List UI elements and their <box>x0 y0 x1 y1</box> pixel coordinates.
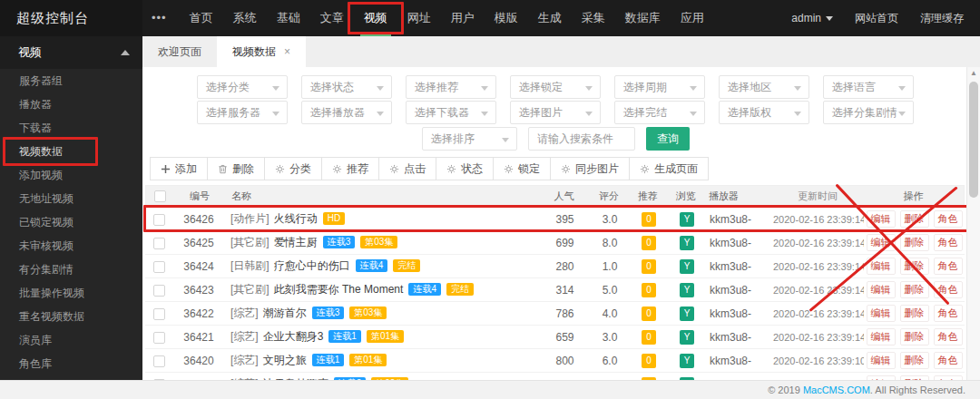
sidebar-item-9[interactable]: 批量操作视频 <box>0 281 142 305</box>
sidebar-item-2[interactable]: 下载器 <box>0 116 142 140</box>
filter-select[interactable]: 选择图片 <box>510 101 601 124</box>
nav-item-2[interactable]: 基础 <box>267 0 310 36</box>
toolbar-button-2[interactable]: 分类 <box>264 157 322 180</box>
row-action-delete[interactable]: 删除 <box>900 352 929 369</box>
video-title: 疗愈心中的伤口 <box>274 259 350 272</box>
row-action-delete[interactable]: 删除 <box>900 328 929 345</box>
filter-select[interactable]: 选择状态 <box>301 75 392 99</box>
filter-select[interactable]: 选择完结 <box>614 101 705 124</box>
nav-item-8[interactable]: 生成 <box>528 0 572 36</box>
nav-item-5[interactable]: 网址 <box>397 0 441 36</box>
clear-cache-link[interactable]: 清理缓存 <box>920 11 964 26</box>
nav-item-3[interactable]: 文章 <box>310 0 354 36</box>
site-home-link[interactable]: 网站首页 <box>855 11 898 26</box>
row-action-role[interactable]: 角色 <box>934 352 963 369</box>
sidebar-item-11[interactable]: 演员库 <box>0 328 142 352</box>
sidebar-group-video[interactable]: 视频 <box>0 36 142 69</box>
row-action-role[interactable]: 角色 <box>934 210 963 228</box>
nav-item-11[interactable]: 应用 <box>671 0 714 36</box>
sidebar-item-3[interactable]: 视频数据 <box>0 140 142 163</box>
row-checkbox-cell <box>145 307 172 319</box>
sidebar-item-1[interactable]: 播放器 <box>0 92 142 116</box>
toolbar-button-0[interactable]: 添加 <box>150 157 208 180</box>
nav-item-7[interactable]: 模版 <box>485 0 528 36</box>
row-action-edit[interactable]: 编辑 <box>867 328 896 345</box>
sidebar-item-12[interactable]: 角色库 <box>0 352 142 375</box>
filter-select[interactable]: 选择分集剧情 <box>823 101 914 124</box>
nav-item-6[interactable]: 用户 <box>441 0 485 36</box>
filter-select[interactable]: 选择下载器 <box>406 101 496 124</box>
nav-item-10[interactable]: 数据库 <box>615 0 671 36</box>
nav-item-0[interactable]: 首页 <box>180 0 223 36</box>
toolbar-button-6[interactable]: 锁定 <box>493 157 551 180</box>
query-button[interactable]: 查询 <box>646 127 690 151</box>
user-menu[interactable]: admin <box>791 12 833 24</box>
row-action-delete[interactable]: 删除 <box>900 210 929 228</box>
scroll-up-icon[interactable]: ▲ <box>967 67 980 80</box>
filter-select[interactable]: 选择版权 <box>719 101 809 124</box>
filter-select[interactable]: 选择推荐 <box>406 75 496 99</box>
filter-select[interactable]: 选择播放器 <box>301 101 392 124</box>
row-checkbox[interactable] <box>153 308 165 320</box>
row-action-delete[interactable]: 删除 <box>900 258 929 275</box>
sidebar-item-6[interactable]: 已锁定视频 <box>0 210 142 234</box>
filter-select[interactable]: 选择语言 <box>823 75 914 99</box>
row-action-edit[interactable]: 编辑 <box>867 281 896 298</box>
close-icon[interactable]: × <box>284 45 290 58</box>
sort-select[interactable]: 选择排序 <box>422 127 517 151</box>
nav-item-label: 生成 <box>538 11 562 24</box>
nav-item-1[interactable]: 系统 <box>223 0 267 36</box>
filter-select[interactable]: 选择周期 <box>614 75 705 99</box>
filter-select[interactable]: 选择锁定 <box>510 75 601 99</box>
row-action-role[interactable]: 角色 <box>934 328 963 345</box>
sidebar-item-5[interactable]: 无地址视频 <box>0 187 142 210</box>
toolbar-button-5[interactable]: 状态 <box>436 157 494 180</box>
toolbar-button-1[interactable]: 删除 <box>207 157 265 180</box>
vertical-scrollbar[interactable]: ▲ <box>966 67 980 380</box>
col-id: 编号 <box>173 190 226 203</box>
row-checkbox[interactable] <box>153 285 165 297</box>
row-action-delete[interactable]: 删除 <box>900 234 929 251</box>
video-category: [其它剧] <box>230 236 270 248</box>
row-action-delete[interactable]: 删除 <box>900 305 929 322</box>
search-input[interactable] <box>528 127 635 151</box>
row-action-role[interactable]: 角色 <box>934 234 963 251</box>
filter-select[interactable]: 选择分类 <box>197 75 288 99</box>
sidebar-item-0[interactable]: 服务器组 <box>0 69 142 92</box>
row-action-edit[interactable]: 编辑 <box>867 352 896 369</box>
filter-select[interactable]: 选择地区 <box>719 75 809 99</box>
toolbar-button-4[interactable]: 点击 <box>378 157 436 180</box>
row-action-edit[interactable]: 编辑 <box>867 258 896 275</box>
row-checkbox[interactable] <box>153 332 165 344</box>
sidebar-item-4[interactable]: 添加视频 <box>0 163 142 187</box>
row-checkbox-cell <box>145 212 172 225</box>
tab-welcome[interactable]: 欢迎页面 <box>142 36 217 67</box>
row-checkbox[interactable] <box>153 261 165 273</box>
row-action-role[interactable]: 角色 <box>934 305 963 322</box>
row-action-edit[interactable]: 编辑 <box>867 210 896 228</box>
tab-video-data[interactable]: 视频数据 × <box>217 36 306 67</box>
toolbar-button-7[interactable]: 同步图片 <box>550 157 630 180</box>
row-action-role[interactable]: 角色 <box>934 258 963 275</box>
more-ellipsis-icon[interactable]: ••• <box>142 0 180 36</box>
sidebar-item-8[interactable]: 有分集剧情 <box>0 258 142 281</box>
row-action-edit[interactable]: 编辑 <box>867 234 896 251</box>
row-checkbox[interactable] <box>153 238 165 249</box>
sidebar-item-7[interactable]: 未审核视频 <box>0 234 142 258</box>
select-all-checkbox[interactable] <box>154 190 166 202</box>
filter-select[interactable]: 选择服务器 <box>197 101 288 124</box>
status-badge: 第01集 <box>349 354 387 366</box>
nav-item-4[interactable]: 视频 <box>354 0 397 36</box>
row-action-delete[interactable]: 删除 <box>900 281 929 298</box>
toolbar-button-8[interactable]: 生成页面 <box>629 157 709 180</box>
scrollbar-thumb[interactable] <box>969 82 978 198</box>
sidebar-item-10[interactable]: 重名视频数据 <box>0 305 142 328</box>
row-checkbox[interactable] <box>153 214 165 226</box>
row-action-role[interactable]: 角色 <box>934 281 963 298</box>
row-checkbox[interactable] <box>153 355 165 367</box>
nav-item-9[interactable]: 采集 <box>572 0 615 36</box>
maccms-link[interactable]: MacCMS.COM <box>803 384 870 395</box>
row-action-edit[interactable]: 编辑 <box>867 305 896 322</box>
video-player: kkm3u8- <box>706 331 773 344</box>
toolbar-button-3[interactable]: 推荐 <box>321 157 379 180</box>
